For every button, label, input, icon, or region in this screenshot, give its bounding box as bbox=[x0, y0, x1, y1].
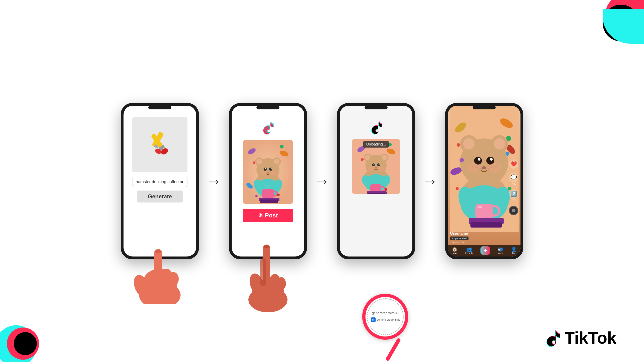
nav-create[interactable]: + bbox=[480, 246, 490, 255]
svg-point-24 bbox=[274, 159, 280, 164]
like-action[interactable]: ❤️ bbox=[509, 159, 518, 169]
arrow-3: → bbox=[422, 172, 438, 190]
svg-point-59 bbox=[372, 163, 375, 166]
generate-button[interactable]: Generate bbox=[137, 191, 183, 203]
hamster-illustration-2 bbox=[243, 140, 293, 204]
phone-3-screen: Uploading... bbox=[340, 106, 412, 257]
friends-label: Friends bbox=[465, 252, 473, 254]
svg-point-39 bbox=[255, 195, 258, 197]
svg-point-108 bbox=[456, 187, 459, 190]
svg-rect-103 bbox=[478, 206, 482, 208]
step-4-wrapper: ❤️ 💬 785 ↗️ 102 bbox=[445, 103, 523, 259]
svg-point-45 bbox=[252, 279, 284, 307]
username-label: Username bbox=[450, 231, 468, 236]
share-count: 102 bbox=[512, 199, 516, 202]
post-button[interactable]: ✳ Post bbox=[243, 209, 293, 222]
credentials-text: content credentials bbox=[377, 318, 400, 321]
phone-3-content: Uploading... bbox=[340, 106, 412, 257]
svg-point-38 bbox=[277, 194, 280, 196]
svg-point-61 bbox=[374, 164, 374, 165]
svg-point-72 bbox=[384, 188, 387, 191]
svg-rect-37 bbox=[260, 200, 278, 203]
phone-4-screen: ❤️ 💬 785 ↗️ 102 bbox=[448, 106, 520, 257]
svg-point-12 bbox=[155, 250, 161, 253]
svg-point-17 bbox=[280, 145, 284, 148]
side-actions: ❤️ 💬 785 ↗️ 102 bbox=[509, 159, 518, 215]
svg-point-97 bbox=[467, 163, 480, 173]
svg-point-64 bbox=[368, 167, 374, 171]
svg-point-46 bbox=[264, 245, 269, 249]
svg-point-60 bbox=[377, 163, 380, 166]
svg-point-107 bbox=[506, 152, 510, 156]
bottom-nav: 🏠 Home 👥 Friends + 📬 Inbox bbox=[448, 245, 520, 257]
svg-point-63 bbox=[375, 167, 377, 168]
svg-point-28 bbox=[271, 168, 272, 169]
inbox-icon: 📬 bbox=[498, 246, 504, 252]
nav-friends[interactable]: 👥 Friends bbox=[465, 246, 473, 254]
user-info-overlay: Username AI-generated ♪ Music · Artist bbox=[450, 231, 468, 244]
ai-image-area bbox=[132, 117, 188, 172]
svg-point-98 bbox=[488, 163, 502, 173]
svg-point-81 bbox=[457, 143, 460, 147]
phone-4-notch bbox=[473, 106, 496, 109]
phone-3: Uploading... bbox=[337, 103, 415, 259]
svg-point-31 bbox=[270, 171, 276, 175]
content-credentials-logo: cr content credentials bbox=[370, 317, 400, 323]
svg-point-106 bbox=[460, 158, 464, 162]
uploading-badge: Uploading... bbox=[363, 141, 389, 148]
prompt-input[interactable] bbox=[132, 177, 188, 187]
music-disc bbox=[509, 206, 518, 215]
svg-rect-47 bbox=[260, 258, 266, 286]
me-icon: 👤 bbox=[511, 246, 517, 252]
svg-point-52 bbox=[361, 158, 364, 161]
svg-rect-71 bbox=[368, 193, 386, 194]
comment-action[interactable]: 💬 785 bbox=[509, 173, 518, 185]
svg-point-25 bbox=[264, 168, 267, 171]
comment-count: 785 bbox=[512, 182, 516, 185]
paintbrush-svg bbox=[144, 129, 176, 161]
create-icon: + bbox=[484, 247, 487, 254]
svg-rect-102 bbox=[476, 204, 493, 219]
hand-2 bbox=[238, 231, 298, 315]
nav-inbox[interactable]: 📬 Inbox bbox=[498, 246, 504, 254]
nav-home[interactable]: 🏠 Home bbox=[452, 246, 458, 254]
step-2-wrapper: ✳ Post bbox=[229, 103, 307, 259]
svg-point-23 bbox=[256, 159, 262, 164]
tiktok-feed-content: ❤️ 💬 785 ↗️ 102 bbox=[448, 106, 520, 257]
main-content: Generate → bbox=[0, 0, 644, 362]
svg-point-27 bbox=[265, 168, 266, 169]
hand-1 bbox=[128, 231, 192, 305]
arrow-1: → bbox=[206, 172, 222, 190]
step-1-wrapper: Generate bbox=[121, 103, 199, 259]
home-label: Home bbox=[452, 252, 458, 254]
tiktok-branding: TikTok bbox=[542, 328, 616, 348]
share-icon: ↗️ bbox=[509, 189, 518, 199]
phone-4: ❤️ 💬 785 ↗️ 102 bbox=[445, 103, 523, 259]
nav-me[interactable]: 👤 Me bbox=[511, 246, 517, 254]
svg-point-91 bbox=[490, 158, 493, 160]
svg-point-92 bbox=[482, 166, 486, 169]
home-icon: 🏠 bbox=[452, 246, 458, 252]
svg-text:cr: cr bbox=[372, 319, 374, 321]
svg-point-30 bbox=[260, 171, 266, 175]
phone-1-notch bbox=[148, 106, 171, 109]
svg-point-58 bbox=[382, 155, 387, 160]
svg-point-29 bbox=[267, 172, 269, 173]
svg-rect-105 bbox=[470, 222, 502, 228]
music-label: ♪ Music · Artist bbox=[450, 241, 468, 244]
hamster-image-2 bbox=[243, 140, 293, 204]
inbox-label: Inbox bbox=[498, 252, 503, 254]
me-label: Me bbox=[512, 252, 516, 254]
share-action[interactable]: ↗️ 102 bbox=[509, 189, 518, 202]
magnifying-glass: generated with AI cr content credentials bbox=[362, 294, 408, 340]
step-3-wrapper: Uploading... generated with AI bbox=[337, 103, 415, 259]
tiktok-logo-3 bbox=[369, 119, 383, 136]
phone-3-notch bbox=[364, 106, 388, 109]
comment-icon: 💬 bbox=[509, 173, 518, 182]
phone-2-notch bbox=[256, 106, 280, 109]
post-sparkle-icon: ✳ bbox=[258, 212, 263, 219]
svg-rect-3 bbox=[151, 133, 163, 148]
hamster-image-3: Uploading... bbox=[352, 139, 400, 194]
svg-point-62 bbox=[378, 164, 380, 165]
generated-with-ai-text: generated with AI bbox=[372, 311, 398, 315]
